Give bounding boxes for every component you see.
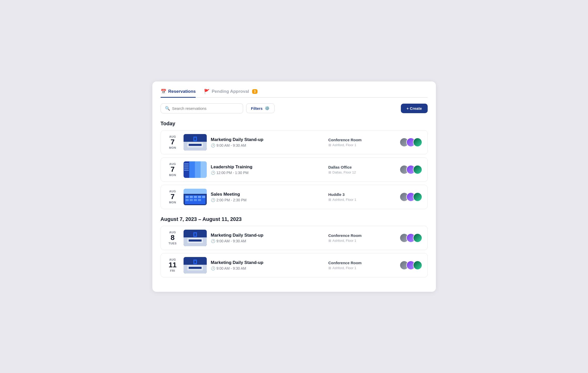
svg-rect-8 — [189, 161, 195, 178]
filter-icon: ⚙️ — [265, 106, 270, 111]
svg-rect-30 — [189, 239, 202, 242]
svg-rect-10 — [201, 161, 207, 178]
avatar-group — [400, 233, 422, 243]
svg-rect-18 — [186, 196, 189, 198]
reservation-card[interactable]: AUG 11 FRI Marketing Daily Stand-up 🕐 9:… — [161, 253, 428, 277]
event-name: Sales Meeting — [211, 192, 324, 197]
date-day: 11 — [166, 261, 179, 269]
location-info: Conference Room ⊞ Ashford, Floor 1 — [328, 233, 395, 243]
svg-rect-19 — [190, 196, 193, 198]
event-time: 🕐 12:00 PM - 1:30 PM — [211, 171, 324, 175]
svg-rect-26 — [198, 199, 201, 201]
tab-pending[interactable]: 🚩 Pending Approval 3 — [204, 89, 258, 98]
clock-icon: 🕐 — [211, 198, 215, 202]
event-info: Leadership Training 🕐 12:00 PM - 1:30 PM — [211, 164, 324, 175]
location-name: Conference Room — [328, 138, 395, 142]
date-weekday: MON — [166, 201, 179, 204]
search-icon: 🔍 — [165, 106, 170, 111]
date-day: 8 — [166, 234, 179, 242]
tab-reservations[interactable]: 📅 Reservations — [161, 89, 196, 98]
search-box[interactable]: 🔍 — [161, 103, 243, 113]
svg-rect-13 — [184, 168, 189, 169]
reservation-card[interactable]: AUG 7 MON Leadership Training 🕐 12:00 PM… — [161, 158, 428, 182]
date-weekday: MON — [166, 173, 179, 177]
date-day: 7 — [166, 193, 179, 201]
building-icon: ⊞ — [328, 170, 331, 174]
event-name: Marketing Daily Stand-up — [211, 233, 324, 238]
main-container: 📅 Reservations 🚩 Pending Approval 3 🔍 Fi… — [152, 81, 436, 292]
room-thumbnail — [184, 134, 207, 151]
section-title: Today — [161, 121, 428, 127]
reservation-card[interactable]: AUG 7 MON Marketing Daily Stand-up 🕐 9:0… — [161, 130, 428, 154]
date-block: AUG 7 MON — [166, 190, 179, 204]
svg-rect-5 — [194, 138, 196, 140]
clock-icon: 🕐 — [211, 266, 215, 270]
room-thumbnail — [184, 189, 207, 205]
event-time: 🕐 2:00 PM - 2:30 PM — [211, 198, 324, 202]
location-info: Dallas Office ⊞ Dallas, Floor 12 — [328, 165, 395, 174]
avatar — [413, 233, 422, 243]
location-info: Conference Room ⊞ Ashford, Floor 1 — [328, 261, 395, 270]
event-name: Marketing Daily Stand-up — [211, 260, 324, 265]
avatar — [413, 138, 422, 147]
create-button[interactable]: + Create — [401, 104, 428, 113]
svg-rect-36 — [189, 267, 202, 269]
reservation-card[interactable]: AUG 8 TUES Marketing Daily Stand-up 🕐 9:… — [161, 226, 428, 250]
svg-rect-11 — [184, 163, 189, 164]
date-day: 7 — [166, 138, 179, 146]
svg-rect-14 — [184, 170, 189, 171]
flag-icon: 🚩 — [204, 89, 210, 94]
room-thumbnail — [184, 257, 207, 273]
avatar — [413, 165, 422, 174]
tab-bar: 📅 Reservations 🚩 Pending Approval 3 — [161, 89, 428, 98]
avatar-group — [400, 138, 422, 147]
section-1: August 7, 2023 – August 11, 2023 AUG 8 T… — [161, 216, 428, 277]
create-label: + Create — [407, 106, 422, 111]
avatar-group — [400, 165, 422, 174]
svg-rect-23 — [186, 199, 189, 201]
event-time: 🕐 9:00 AM - 9:30 AM — [211, 143, 324, 147]
event-info: Marketing Daily Stand-up 🕐 9:00 AM - 9:3… — [211, 137, 324, 147]
svg-rect-22 — [202, 196, 205, 198]
calendar-icon: 📅 — [161, 89, 166, 94]
event-info: Marketing Daily Stand-up 🕐 9:00 AM - 9:3… — [211, 260, 324, 270]
event-name: Marketing Daily Stand-up — [211, 137, 324, 142]
location-detail: ⊞ Ashford, Floor 1 — [328, 198, 395, 202]
building-icon: ⊞ — [328, 266, 331, 270]
section-0: Today AUG 7 MON Marketing Daily Stand-up… — [161, 121, 428, 209]
avatar-group — [400, 261, 422, 270]
event-info: Marketing Daily Stand-up 🕐 9:00 AM - 9:3… — [211, 233, 324, 243]
date-block: AUG 7 MON — [166, 162, 179, 177]
pending-badge: 3 — [252, 89, 258, 94]
reservation-card[interactable]: AUG 7 MON Sales Meeting 🕐 2:00 PM - 2:30… — [161, 185, 428, 209]
date-day: 7 — [166, 165, 179, 173]
date-weekday: FRI — [166, 269, 179, 272]
location-detail: ⊞ Ashford, Floor 1 — [328, 143, 395, 147]
clock-icon: 🕐 — [211, 143, 215, 147]
date-weekday: MON — [166, 146, 179, 149]
svg-rect-21 — [198, 196, 201, 198]
clock-icon: 🕐 — [211, 239, 215, 243]
tab-reservations-label: Reservations — [168, 89, 196, 94]
building-icon: ⊞ — [328, 239, 331, 243]
svg-rect-25 — [194, 199, 197, 201]
clock-icon: 🕐 — [211, 171, 215, 175]
date-weekday: TUES — [166, 242, 179, 245]
avatar — [413, 192, 422, 202]
location-name: Dallas Office — [328, 165, 395, 169]
filters-button[interactable]: Filters ⚙️ — [246, 103, 275, 113]
location-info: Conference Room ⊞ Ashford, Floor 1 — [328, 138, 395, 147]
event-info: Sales Meeting 🕐 2:00 PM - 2:30 PM — [211, 192, 324, 202]
location-info: Huddle 3 ⊞ Ashford, Floor 1 — [328, 192, 395, 202]
location-detail: ⊞ Dallas, Floor 12 — [328, 170, 395, 174]
event-name: Leadership Training — [211, 164, 324, 170]
location-detail: ⊞ Ashford, Floor 1 — [328, 266, 395, 270]
svg-rect-20 — [194, 196, 197, 198]
building-icon: ⊞ — [328, 143, 331, 147]
event-time: 🕐 9:00 AM - 9:30 AM — [211, 239, 324, 243]
toolbar: 🔍 Filters ⚙️ + Create — [161, 103, 428, 113]
search-input[interactable] — [172, 106, 239, 111]
location-name: Conference Room — [328, 233, 395, 238]
location-detail: ⊞ Ashford, Floor 1 — [328, 239, 395, 243]
location-name: Huddle 3 — [328, 192, 395, 197]
